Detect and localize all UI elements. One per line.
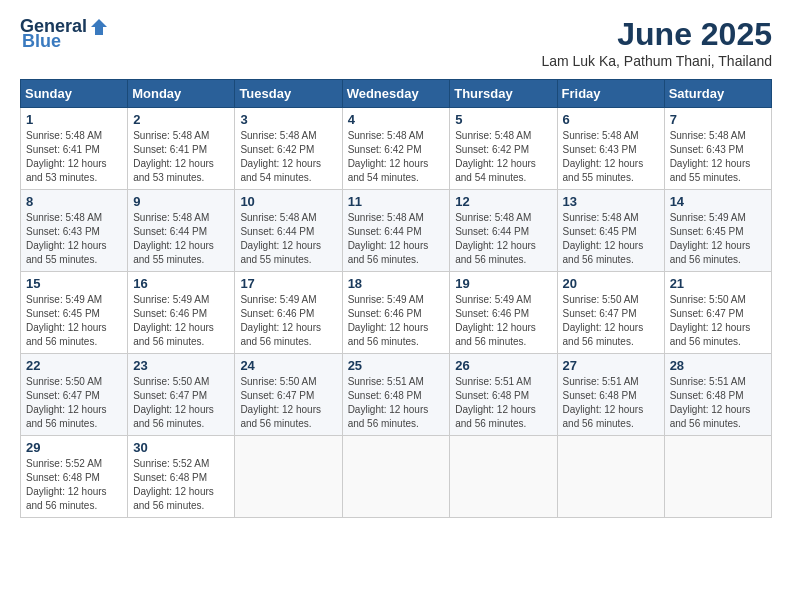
calendar-cell: 24Sunrise: 5:50 AMSunset: 6:47 PMDayligh… <box>235 354 342 436</box>
day-info: Sunrise: 5:48 AMSunset: 6:42 PMDaylight:… <box>348 130 429 183</box>
day-number: 13 <box>563 194 659 209</box>
weekday-header-monday: Monday <box>128 80 235 108</box>
day-info: Sunrise: 5:50 AMSunset: 6:47 PMDaylight:… <box>26 376 107 429</box>
day-number: 2 <box>133 112 229 127</box>
calendar-cell <box>557 436 664 518</box>
calendar-cell: 29Sunrise: 5:52 AMSunset: 6:48 PMDayligh… <box>21 436 128 518</box>
day-info: Sunrise: 5:48 AMSunset: 6:42 PMDaylight:… <box>240 130 321 183</box>
calendar-week-row-1: 1Sunrise: 5:48 AMSunset: 6:41 PMDaylight… <box>21 108 772 190</box>
day-number: 28 <box>670 358 766 373</box>
calendar-cell: 30Sunrise: 5:52 AMSunset: 6:48 PMDayligh… <box>128 436 235 518</box>
weekday-header-saturday: Saturday <box>664 80 771 108</box>
day-info: Sunrise: 5:50 AMSunset: 6:47 PMDaylight:… <box>133 376 214 429</box>
calendar-cell: 8Sunrise: 5:48 AMSunset: 6:43 PMDaylight… <box>21 190 128 272</box>
day-info: Sunrise: 5:51 AMSunset: 6:48 PMDaylight:… <box>563 376 644 429</box>
day-info: Sunrise: 5:51 AMSunset: 6:48 PMDaylight:… <box>348 376 429 429</box>
day-info: Sunrise: 5:48 AMSunset: 6:43 PMDaylight:… <box>670 130 751 183</box>
day-info: Sunrise: 5:52 AMSunset: 6:48 PMDaylight:… <box>133 458 214 511</box>
calendar-week-row-4: 22Sunrise: 5:50 AMSunset: 6:47 PMDayligh… <box>21 354 772 436</box>
day-info: Sunrise: 5:50 AMSunset: 6:47 PMDaylight:… <box>240 376 321 429</box>
day-info: Sunrise: 5:48 AMSunset: 6:42 PMDaylight:… <box>455 130 536 183</box>
calendar-cell: 15Sunrise: 5:49 AMSunset: 6:45 PMDayligh… <box>21 272 128 354</box>
calendar-cell <box>450 436 557 518</box>
calendar-cell: 4Sunrise: 5:48 AMSunset: 6:42 PMDaylight… <box>342 108 450 190</box>
day-info: Sunrise: 5:48 AMSunset: 6:45 PMDaylight:… <box>563 212 644 265</box>
day-info: Sunrise: 5:49 AMSunset: 6:46 PMDaylight:… <box>348 294 429 347</box>
day-number: 21 <box>670 276 766 291</box>
day-number: 29 <box>26 440 122 455</box>
calendar-cell: 21Sunrise: 5:50 AMSunset: 6:47 PMDayligh… <box>664 272 771 354</box>
weekday-header-friday: Friday <box>557 80 664 108</box>
day-number: 26 <box>455 358 551 373</box>
location: Lam Luk Ka, Pathum Thani, Thailand <box>541 53 772 69</box>
calendar-cell: 19Sunrise: 5:49 AMSunset: 6:46 PMDayligh… <box>450 272 557 354</box>
calendar-cell: 3Sunrise: 5:48 AMSunset: 6:42 PMDaylight… <box>235 108 342 190</box>
day-number: 27 <box>563 358 659 373</box>
day-info: Sunrise: 5:48 AMSunset: 6:41 PMDaylight:… <box>133 130 214 183</box>
day-number: 25 <box>348 358 445 373</box>
day-number: 8 <box>26 194 122 209</box>
calendar-header-row: SundayMondayTuesdayWednesdayThursdayFrid… <box>21 80 772 108</box>
weekday-header-thursday: Thursday <box>450 80 557 108</box>
day-number: 1 <box>26 112 122 127</box>
logo-icon <box>89 17 109 37</box>
svg-marker-0 <box>91 19 107 35</box>
calendar-cell: 13Sunrise: 5:48 AMSunset: 6:45 PMDayligh… <box>557 190 664 272</box>
day-number: 7 <box>670 112 766 127</box>
calendar-week-row-3: 15Sunrise: 5:49 AMSunset: 6:45 PMDayligh… <box>21 272 772 354</box>
calendar-table: SundayMondayTuesdayWednesdayThursdayFrid… <box>20 79 772 518</box>
day-number: 10 <box>240 194 336 209</box>
calendar-cell <box>235 436 342 518</box>
day-number: 23 <box>133 358 229 373</box>
day-info: Sunrise: 5:51 AMSunset: 6:48 PMDaylight:… <box>455 376 536 429</box>
day-info: Sunrise: 5:48 AMSunset: 6:44 PMDaylight:… <box>348 212 429 265</box>
month-title: June 2025 <box>541 16 772 53</box>
day-number: 14 <box>670 194 766 209</box>
day-number: 16 <box>133 276 229 291</box>
calendar-cell: 9Sunrise: 5:48 AMSunset: 6:44 PMDaylight… <box>128 190 235 272</box>
day-info: Sunrise: 5:48 AMSunset: 6:43 PMDaylight:… <box>563 130 644 183</box>
header: General Blue June 2025 Lam Luk Ka, Pathu… <box>20 16 772 69</box>
day-number: 11 <box>348 194 445 209</box>
day-info: Sunrise: 5:51 AMSunset: 6:48 PMDaylight:… <box>670 376 751 429</box>
day-number: 5 <box>455 112 551 127</box>
day-info: Sunrise: 5:48 AMSunset: 6:44 PMDaylight:… <box>133 212 214 265</box>
calendar-week-row-2: 8Sunrise: 5:48 AMSunset: 6:43 PMDaylight… <box>21 190 772 272</box>
day-number: 17 <box>240 276 336 291</box>
title-block: June 2025 Lam Luk Ka, Pathum Thani, Thai… <box>541 16 772 69</box>
day-number: 30 <box>133 440 229 455</box>
calendar-cell <box>664 436 771 518</box>
day-info: Sunrise: 5:49 AMSunset: 6:45 PMDaylight:… <box>670 212 751 265</box>
day-info: Sunrise: 5:49 AMSunset: 6:46 PMDaylight:… <box>455 294 536 347</box>
day-number: 4 <box>348 112 445 127</box>
calendar-cell: 2Sunrise: 5:48 AMSunset: 6:41 PMDaylight… <box>128 108 235 190</box>
day-info: Sunrise: 5:48 AMSunset: 6:44 PMDaylight:… <box>455 212 536 265</box>
calendar-cell: 18Sunrise: 5:49 AMSunset: 6:46 PMDayligh… <box>342 272 450 354</box>
calendar-cell: 25Sunrise: 5:51 AMSunset: 6:48 PMDayligh… <box>342 354 450 436</box>
day-info: Sunrise: 5:49 AMSunset: 6:46 PMDaylight:… <box>133 294 214 347</box>
day-number: 12 <box>455 194 551 209</box>
calendar-cell: 28Sunrise: 5:51 AMSunset: 6:48 PMDayligh… <box>664 354 771 436</box>
day-number: 9 <box>133 194 229 209</box>
day-number: 22 <box>26 358 122 373</box>
day-info: Sunrise: 5:48 AMSunset: 6:41 PMDaylight:… <box>26 130 107 183</box>
logo-blue-text: Blue <box>22 31 61 52</box>
calendar-cell: 12Sunrise: 5:48 AMSunset: 6:44 PMDayligh… <box>450 190 557 272</box>
calendar-cell: 20Sunrise: 5:50 AMSunset: 6:47 PMDayligh… <box>557 272 664 354</box>
calendar-cell: 22Sunrise: 5:50 AMSunset: 6:47 PMDayligh… <box>21 354 128 436</box>
weekday-header-wednesday: Wednesday <box>342 80 450 108</box>
day-number: 3 <box>240 112 336 127</box>
calendar-cell: 16Sunrise: 5:49 AMSunset: 6:46 PMDayligh… <box>128 272 235 354</box>
day-info: Sunrise: 5:48 AMSunset: 6:43 PMDaylight:… <box>26 212 107 265</box>
calendar-cell <box>342 436 450 518</box>
day-number: 20 <box>563 276 659 291</box>
day-number: 15 <box>26 276 122 291</box>
weekday-header-tuesday: Tuesday <box>235 80 342 108</box>
day-number: 6 <box>563 112 659 127</box>
calendar-cell: 6Sunrise: 5:48 AMSunset: 6:43 PMDaylight… <box>557 108 664 190</box>
day-info: Sunrise: 5:50 AMSunset: 6:47 PMDaylight:… <box>563 294 644 347</box>
calendar-cell: 23Sunrise: 5:50 AMSunset: 6:47 PMDayligh… <box>128 354 235 436</box>
day-number: 24 <box>240 358 336 373</box>
calendar-cell: 26Sunrise: 5:51 AMSunset: 6:48 PMDayligh… <box>450 354 557 436</box>
day-info: Sunrise: 5:50 AMSunset: 6:47 PMDaylight:… <box>670 294 751 347</box>
